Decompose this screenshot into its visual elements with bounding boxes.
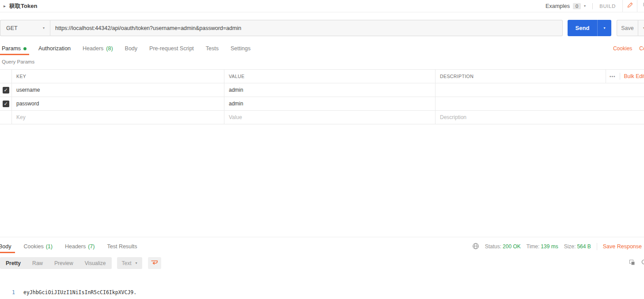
select-all-cell	[0, 70, 12, 83]
param-description-field[interactable]: Description	[436, 111, 644, 124]
request-tabs: Params Authorization Headers (8) Body Pr…	[0, 42, 644, 55]
view-preview-tab[interactable]: Preview	[49, 257, 79, 269]
token-text: eyJhbGciOiJIUzI1NiIsInR5cCI6IkpXVCJ9.	[15, 288, 136, 296]
response-tabs-row: Body Cookies (1) Headers (7) Test Result…	[0, 240, 644, 253]
col-header-description: DESCRIPTION	[436, 70, 606, 83]
view-raw-tab[interactable]: Raw	[27, 257, 49, 269]
tab-settings-label: Settings	[231, 45, 250, 52]
edit-mode-button[interactable]	[622, 0, 637, 12]
header-actions: Examples 0 ▾ BUILD	[546, 0, 644, 12]
divider	[597, 243, 597, 250]
view-visualize-tab[interactable]: Visualize	[79, 257, 112, 269]
code-line: 1 eyJhbGciOiJIUzI1NiIsInR5cCI6IkpXVCJ9.	[0, 288, 644, 296]
tab-params-label: Params	[2, 45, 21, 52]
comment-button[interactable]	[637, 0, 644, 12]
save-button[interactable]: Save	[617, 20, 638, 36]
param-key-field[interactable]: password	[12, 97, 224, 110]
examples-count-badge: 0	[573, 3, 581, 9]
response-tab-body-label: Body	[0, 243, 11, 250]
more-options-icon[interactable]: •••	[610, 74, 616, 79]
headers-count: (8)	[106, 45, 113, 52]
wrap-lines-icon	[151, 259, 158, 267]
tab-body-label: Body	[125, 45, 138, 52]
url-input[interactable]: https://localhost:44342/api/oauth/token?…	[50, 20, 563, 36]
divider	[592, 3, 593, 9]
chevron-down-icon: ▾	[603, 26, 605, 30]
tab-headers[interactable]: Headers (8)	[83, 42, 113, 55]
build-mode-label[interactable]: BUILD	[599, 4, 616, 9]
checkbox-checked[interactable]: ✓	[3, 87, 9, 93]
search-icon	[641, 259, 644, 268]
response-toolbar-right	[629, 257, 644, 269]
table-row: ✓ username admin	[0, 83, 644, 97]
response-tab-cookies-label: Cookies	[24, 243, 44, 250]
copy-response-button[interactable]	[629, 259, 636, 268]
response-headers-count: (7)	[88, 243, 95, 250]
param-key-field[interactable]: Key	[12, 111, 224, 124]
network-globe-icon[interactable]	[472, 243, 479, 251]
response-tab-cookies[interactable]: Cookies (1)	[24, 240, 53, 253]
code-link[interactable]: Code	[639, 45, 644, 52]
collapse-request-icon[interactable]: ▸	[4, 4, 6, 8]
col-header-key: KEY	[12, 70, 224, 83]
param-value-field[interactable]: Value	[224, 111, 436, 124]
checkbox-checked[interactable]: ✓	[3, 101, 9, 107]
response-tab-body[interactable]: Body	[0, 240, 11, 253]
row-checkbox-cell: ✓	[0, 83, 12, 97]
response-format-select[interactable]: Text ▾	[117, 257, 142, 269]
tab-headers-label: Headers	[83, 45, 103, 52]
request-title: 获取Token	[9, 2, 37, 10]
send-button[interactable]: Send	[568, 20, 597, 36]
line-number: 1	[0, 288, 15, 296]
response-format-value: Text	[122, 260, 132, 266]
table-row-placeholder: Key Value Description	[0, 111, 644, 124]
bulk-edit-link[interactable]: Bulk Edit	[624, 73, 644, 79]
table-header-row: KEY VALUE DESCRIPTION ••• Bulk Edit	[0, 70, 644, 83]
tab-prerequest-script[interactable]: Pre-request Script	[149, 42, 194, 55]
response-meta: Status:200 OK Time:139 ms Size:564 B Sav…	[472, 240, 642, 253]
tab-body[interactable]: Body	[125, 42, 138, 55]
send-options-button[interactable]: ▾	[597, 20, 611, 36]
size-value: 564 B	[577, 243, 591, 250]
response-tab-test-results[interactable]: Test Results	[107, 240, 137, 253]
params-active-dot	[23, 47, 27, 50]
time-label: Time:	[527, 243, 540, 250]
tab-tests[interactable]: Tests	[206, 42, 219, 55]
wrap-lines-button[interactable]	[148, 257, 161, 269]
tab-tests-label: Tests	[206, 45, 219, 52]
response-tabs: Body Cookies (1) Headers (7) Test Result…	[0, 240, 137, 253]
copy-icon	[629, 259, 636, 268]
param-key-field[interactable]: username	[12, 83, 224, 97]
chevron-down-icon: ▾	[136, 261, 137, 265]
method-select[interactable]: GET ▾	[0, 20, 50, 36]
save-options-button[interactable]: ▾	[638, 20, 644, 36]
col-header-value: VALUE	[224, 70, 436, 83]
pencil-icon	[627, 2, 633, 10]
cookies-link[interactable]: Cookies	[613, 45, 632, 52]
response-tab-headers-label: Headers	[65, 243, 86, 250]
tab-authorization[interactable]: Authorization	[38, 42, 71, 55]
query-params-table: KEY VALUE DESCRIPTION ••• Bulk Edit ✓ us…	[0, 69, 644, 124]
param-value-field[interactable]: admin	[224, 97, 436, 110]
tab-authorization-label: Authorization	[38, 45, 71, 52]
url-value: https://localhost:44342/api/oauth/token?…	[55, 25, 241, 31]
param-description-field[interactable]	[436, 83, 644, 97]
row-checkbox-cell: ✓	[0, 97, 12, 110]
chevron-down-icon: ▾	[584, 4, 586, 8]
examples-dropdown[interactable]: Examples 0 ▾	[546, 3, 586, 9]
comment-icon	[643, 2, 644, 10]
response-tab-headers[interactable]: Headers (7)	[65, 240, 95, 253]
save-response-button[interactable]: Save Response	[603, 243, 642, 250]
size-label: Size:	[564, 243, 576, 250]
tab-params[interactable]: Params	[2, 42, 27, 55]
search-response-button[interactable]	[641, 259, 644, 268]
table-row: ✓ password admin	[0, 97, 644, 111]
time-value: 139 ms	[541, 243, 558, 250]
chevron-down-icon: ▾	[43, 26, 45, 30]
param-description-field[interactable]	[436, 97, 644, 110]
response-body-code: 1 eyJhbGciOiJIUzI1NiIsInR5cCI6IkpXVCJ9. …	[0, 273, 644, 299]
row-checkbox-cell	[0, 111, 12, 124]
tab-settings[interactable]: Settings	[231, 42, 250, 55]
view-pretty-tab[interactable]: Pretty	[0, 257, 27, 269]
param-value-field[interactable]: admin	[224, 83, 436, 97]
